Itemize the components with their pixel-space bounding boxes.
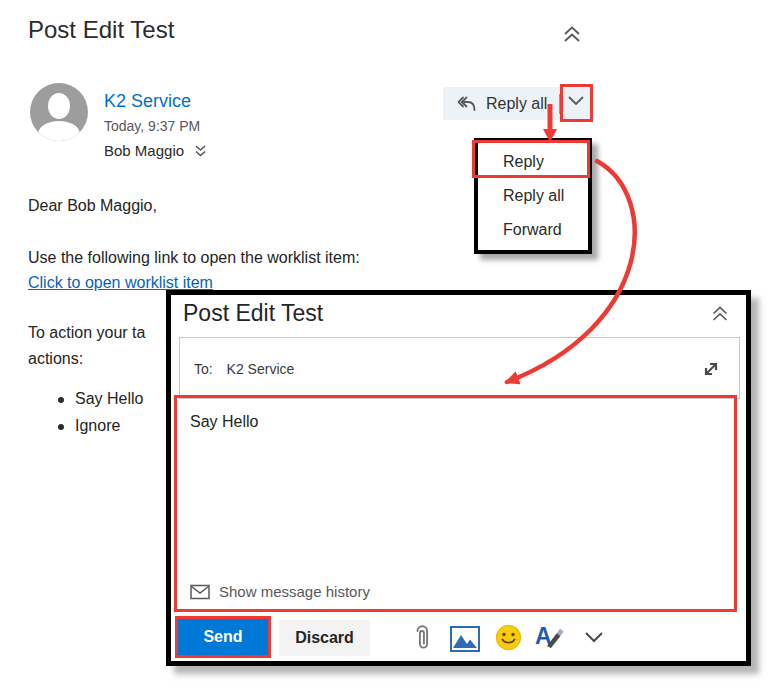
sender-name[interactable]: K2 Service [104, 91, 191, 112]
reply-all-label: Reply all [486, 95, 547, 113]
chevron-double-down-icon [193, 143, 208, 158]
email-greeting: Dear Bob Maggio, [28, 197, 157, 215]
recipient-toggle[interactable]: Bob Maggio [104, 142, 208, 159]
popout-expand-icon[interactable] [699, 357, 723, 381]
email-action-line-1: To action your ta [28, 324, 145, 342]
to-label: To: [194, 361, 213, 377]
recipient-name: Bob Maggio [104, 142, 184, 159]
message-body-text: Say Hello [190, 413, 258, 431]
email-action-line-2: actions: [28, 350, 83, 368]
reply-all-icon [455, 94, 477, 114]
button-divider [559, 94, 560, 114]
menu-item-reply-all[interactable]: Reply all [478, 179, 588, 213]
sender-avatar[interactable] [30, 83, 88, 141]
compose-subject: Post Edit Test [183, 300, 323, 327]
email-subject: Post Edit Test [28, 16, 174, 44]
to-value: K2 Service [227, 361, 295, 377]
compose-collapse-icon[interactable] [710, 305, 730, 323]
attach-file-icon[interactable] [411, 622, 433, 652]
menu-item-forward[interactable]: Forward [478, 213, 588, 247]
reply-dropdown-menu: Reply Reply all Forward [474, 138, 592, 254]
send-button[interactable]: Send [178, 619, 268, 655]
emoji-icon[interactable] [495, 624, 522, 651]
email-timestamp: Today, 9:37 PM [104, 118, 200, 134]
email-instruction: Use the following link to open the workl… [28, 249, 360, 267]
inline-reply-window: Post Edit Test To: K2 Service Say Hello [166, 290, 751, 666]
to-field[interactable]: To: K2 Service [179, 337, 740, 399]
envelope-icon [190, 584, 210, 600]
action-bullet-list: Say Hello Ignore [58, 390, 143, 444]
insert-image-icon[interactable] [450, 626, 480, 652]
message-body-editor[interactable]: Say Hello Show message history [182, 403, 737, 610]
reply-options-chevron-icon[interactable] [566, 94, 586, 108]
show-message-history-label: Show message history [219, 583, 370, 600]
formatting-options-icon[interactable]: A [535, 622, 567, 652]
outlook-reading-pane: Post Edit Test K2 Service Today, 9:37 PM… [0, 0, 770, 692]
bullet-say-hello: Say Hello [58, 390, 143, 408]
bullet-ignore: Ignore [58, 417, 143, 435]
show-message-history-link[interactable]: Show message history [190, 583, 370, 600]
discard-button[interactable]: Discard [279, 620, 370, 656]
menu-item-reply[interactable]: Reply [478, 145, 588, 179]
more-options-chevron-icon[interactable] [583, 630, 605, 644]
collapse-thread-icon[interactable] [561, 25, 583, 44]
